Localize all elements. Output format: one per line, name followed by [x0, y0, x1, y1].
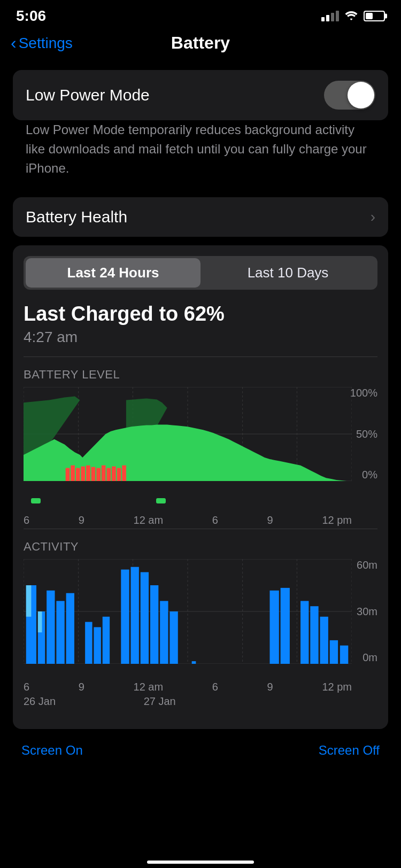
home-indicator	[147, 861, 254, 864]
date-27jan: 27 Jan	[144, 695, 176, 708]
svg-rect-15	[76, 468, 80, 481]
y-label-30m: 30m	[357, 606, 377, 618]
svg-rect-13	[66, 468, 70, 481]
x-label-6b: 6	[212, 514, 218, 526]
chevron-right-icon: ›	[371, 208, 375, 226]
screen-off-label: Screen Off	[319, 743, 380, 758]
charge-title: Last Charged to 62%	[24, 303, 377, 326]
svg-rect-36	[26, 585, 32, 617]
svg-rect-23	[117, 468, 121, 481]
charge-dot-1	[31, 498, 41, 503]
svg-rect-14	[71, 466, 75, 481]
svg-rect-42	[85, 622, 92, 664]
act-x-12a: 12 am	[134, 681, 164, 693]
svg-rect-21	[106, 468, 111, 481]
x-label-6a: 6	[24, 514, 29, 526]
battery-y-labels: 100% 50% 0%	[350, 387, 377, 481]
divider	[24, 356, 377, 357]
screen-labels: Screen On Screen Off	[0, 738, 401, 763]
svg-rect-55	[320, 617, 328, 664]
low-power-mode-section: Low Power Mode Low Power Mode temporaril…	[13, 70, 388, 189]
svg-rect-41	[66, 593, 74, 664]
svg-rect-54	[310, 606, 318, 664]
y-label-50: 50%	[356, 428, 377, 440]
battery-health-row[interactable]: Battery Health ›	[13, 197, 388, 237]
svg-rect-40	[56, 601, 64, 664]
activity-chart: 60m 30m 0m	[24, 559, 377, 677]
act-x-6a: 6	[24, 681, 29, 693]
low-power-mode-label: Low Power Mode	[26, 86, 150, 104]
nav-bar: ‹ Settings Battery	[0, 29, 401, 61]
x-label-9a: 9	[79, 514, 84, 526]
low-power-mode-toggle[interactable]	[324, 81, 375, 110]
wifi-icon	[344, 11, 358, 21]
x-label-9b: 9	[267, 514, 273, 526]
svg-rect-57	[340, 646, 348, 664]
battery-health-card: Battery Health ›	[13, 197, 388, 237]
svg-rect-39	[47, 591, 55, 664]
status-time: 5:06	[16, 7, 46, 25]
activity-label: ACTIVITY	[24, 540, 377, 554]
svg-rect-22	[112, 467, 116, 481]
low-power-mode-card: Low Power Mode	[13, 70, 388, 120]
tab-24hours[interactable]: Last 24 Hours	[26, 258, 200, 288]
svg-rect-38	[38, 611, 42, 632]
x-label-12a: 12 am	[134, 514, 164, 526]
act-x-12p: 12 pm	[322, 681, 352, 693]
signal-icon	[321, 11, 339, 21]
y-label-0m: 0m	[363, 652, 377, 664]
battery-health-section: Battery Health ›	[13, 197, 388, 237]
home-indicator-container	[0, 763, 401, 779]
back-button[interactable]: ‹ Settings	[11, 35, 73, 52]
y-label-0: 0%	[362, 469, 377, 481]
x-label-12p: 12 pm	[322, 514, 352, 526]
activity-y-labels: 60m 30m 0m	[357, 559, 377, 664]
battery-chart-area	[24, 387, 352, 481]
activity-x-labels: 6 9 12 am 6 9 12 pm	[24, 681, 377, 693]
low-power-mode-row[interactable]: Low Power Mode	[13, 70, 388, 120]
low-power-mode-description: Low Power Mode temporarily reduces backg…	[13, 120, 388, 189]
svg-rect-53	[300, 601, 309, 664]
svg-rect-20	[102, 466, 106, 481]
act-x-6b: 6	[212, 681, 218, 693]
charge-dot-2	[156, 498, 166, 503]
tab-switcher[interactable]: Last 24 Hours Last 10 Days	[24, 256, 377, 290]
battery-level-label: BATTERY LEVEL	[24, 368, 377, 382]
activity-chart-area	[24, 559, 352, 664]
battery-level-chart: 100% 50% 0%	[24, 387, 377, 494]
svg-rect-47	[141, 572, 149, 664]
svg-rect-44	[103, 617, 110, 664]
y-label-60m: 60m	[357, 559, 377, 571]
svg-rect-46	[131, 567, 139, 664]
svg-rect-58	[192, 661, 196, 664]
page-title: Battery	[171, 33, 230, 53]
charge-time: 4:27 am	[24, 329, 377, 346]
usage-card: Last 24 Hours Last 10 Days Last Charged …	[13, 245, 388, 729]
battery-x-labels: 6 9 12 am 6 9 12 pm	[24, 514, 377, 526]
battery-icon	[364, 11, 385, 21]
status-icons	[321, 11, 385, 21]
date-26jan: 26 Jan	[24, 695, 56, 708]
svg-rect-51	[270, 591, 279, 664]
act-x-9b: 9	[267, 681, 273, 693]
svg-rect-50	[169, 611, 178, 664]
charge-indicators	[24, 498, 377, 506]
svg-rect-56	[330, 640, 338, 664]
svg-rect-45	[121, 570, 129, 664]
back-arrow-icon: ‹	[11, 34, 17, 51]
svg-rect-16	[81, 467, 85, 481]
date-row: 26 Jan 27 Jan	[24, 695, 377, 708]
status-bar: 5:06	[0, 0, 401, 29]
y-label-100: 100%	[350, 387, 377, 399]
battery-health-label: Battery Health	[26, 208, 127, 226]
toggle-thumb	[348, 82, 374, 108]
act-x-9a: 9	[79, 681, 84, 693]
svg-rect-24	[122, 466, 126, 481]
tab-10days[interactable]: Last 10 Days	[200, 258, 375, 288]
svg-rect-48	[150, 585, 158, 664]
svg-rect-19	[96, 468, 101, 481]
svg-rect-17	[86, 466, 90, 481]
svg-rect-18	[91, 467, 96, 481]
screen-on-label: Screen On	[21, 743, 83, 758]
svg-rect-52	[281, 588, 290, 664]
